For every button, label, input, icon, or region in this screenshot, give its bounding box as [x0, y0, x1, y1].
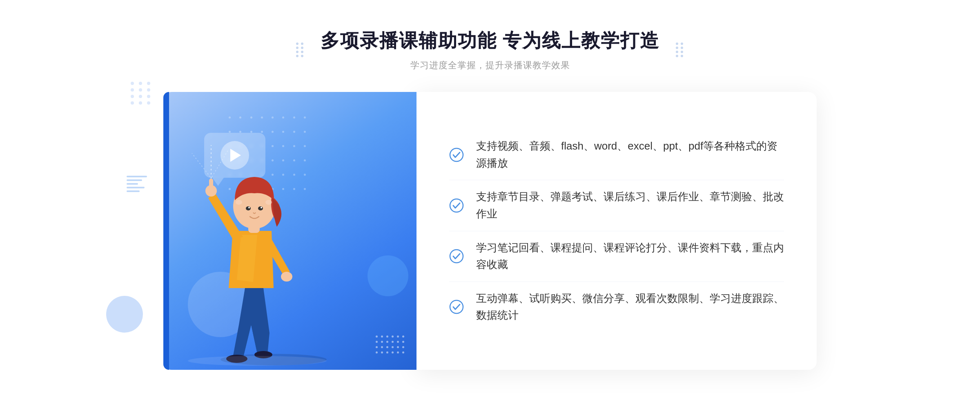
feature-item-4: 互动弹幕、试听购买、微信分享、观看次数限制、学习进度跟踪、数据统计	[449, 282, 784, 332]
page-wrapper: 多项录播课辅助功能 专为线上教学打造 学习进度全掌握，提升录播课教学效果 »	[0, 0, 980, 398]
illustration-inner	[163, 92, 416, 370]
svg-point-10	[248, 207, 250, 208]
page-dots-decoration	[131, 82, 152, 105]
svg-point-13	[265, 200, 272, 205]
main-title: 多项录播课辅助功能 专为线上教学打造	[321, 28, 660, 54]
svg-rect-4	[209, 179, 213, 191]
svg-point-20	[450, 250, 463, 263]
svg-line-15	[192, 153, 210, 177]
subtitle: 学习进度全掌握，提升录播课教学效果	[321, 59, 660, 72]
header-dots-left	[296, 42, 304, 57]
svg-point-21	[450, 300, 463, 313]
feature-item-2: 支持章节目录、弹题考试、课后练习、课后作业、章节测验、批改作业	[449, 180, 784, 231]
svg-point-11	[261, 207, 262, 208]
content-area: »	[163, 92, 817, 370]
feature-item-1: 支持视频、音频、flash、word、excel、ppt、pdf等各种格式的资源…	[449, 130, 784, 180]
svg-point-12	[236, 200, 242, 205]
feature-text-3: 学习笔记回看、课程提问、课程评论打分、课件资料下载，重点内容收藏	[476, 239, 784, 273]
check-icon-2	[449, 198, 464, 213]
svg-point-5	[281, 272, 292, 282]
check-icon-4	[449, 300, 464, 314]
check-icon-1	[449, 148, 464, 162]
header-dots-right	[676, 42, 684, 57]
illustration-panel	[163, 92, 416, 370]
svg-point-18	[450, 148, 463, 161]
lines-decoration	[127, 176, 151, 192]
feature-item-3: 学习笔记回看、课程提问、课程评论打分、课件资料下载，重点内容收藏	[449, 231, 784, 282]
svg-point-8	[246, 206, 251, 210]
character-illustration	[176, 125, 400, 370]
svg-point-9	[258, 206, 263, 210]
svg-line-16	[212, 149, 229, 177]
feature-text-1: 支持视频、音频、flash、word、excel、ppt、pdf等各种格式的资源…	[476, 138, 784, 172]
blue-circle-decoration	[106, 296, 143, 333]
header-section: 多项录播课辅助功能 专为线上教学打造 学习进度全掌握，提升录播课教学效果	[321, 28, 660, 72]
features-list: 支持视频、音频、flash、word、excel、ppt、pdf等各种格式的资源…	[449, 130, 784, 332]
check-icon-3	[449, 249, 464, 264]
features-panel: 支持视频、音频、flash、word、excel、ppt、pdf等各种格式的资源…	[416, 92, 817, 370]
feature-text-4: 互动弹幕、试听购买、微信分享、观看次数限制、学习进度跟踪、数据统计	[476, 290, 784, 324]
feature-text-2: 支持章节目录、弹题考试、课后练习、课后作业、章节测验、批改作业	[476, 188, 784, 222]
svg-point-17	[188, 356, 327, 366]
svg-point-19	[450, 199, 463, 212]
